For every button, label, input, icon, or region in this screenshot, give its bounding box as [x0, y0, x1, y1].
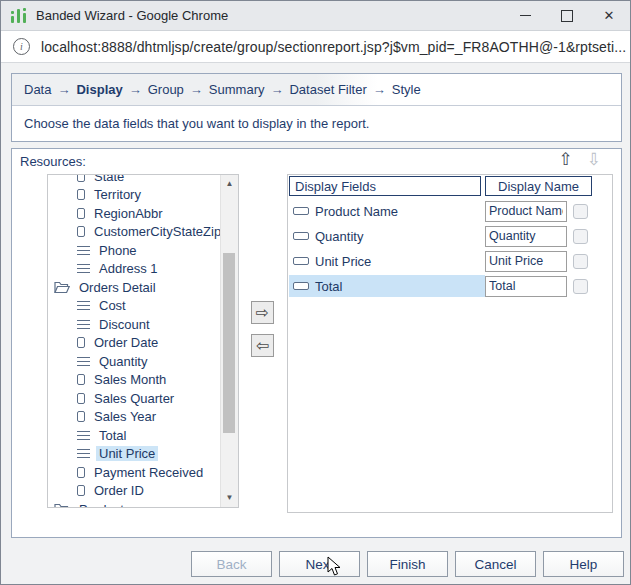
wizard-content: Data→Display→Group→Summary→Dataset Filte…	[1, 63, 630, 584]
breadcrumb-step-dataset-filter[interactable]: Dataset Filter	[289, 82, 366, 97]
field-icon	[293, 257, 309, 265]
tree-item-label: CustomerCityStateZip	[91, 224, 221, 239]
tree-item-address-1[interactable]: Address 1	[48, 260, 221, 279]
tree-item-products[interactable]: Products	[48, 500, 221, 507]
invisible-checkbox-product-name[interactable]	[573, 204, 588, 219]
tree-item-label: State	[91, 174, 127, 184]
display-name-input-quantity[interactable]	[485, 226, 567, 247]
breadcrumb-step-summary[interactable]: Summary	[209, 82, 265, 97]
finish-button[interactable]: Finish	[367, 551, 448, 577]
tree-item-customercitystatezip[interactable]: CustomerCityStateZip	[48, 223, 221, 242]
display-fields-panel: Display Fields Display Name Product Name…	[287, 174, 613, 513]
tree-item-label: Phone	[96, 243, 140, 258]
invisible-checkbox-total[interactable]	[573, 279, 588, 294]
table-row-quantity: Quantity	[289, 225, 611, 247]
table-row-product-name: Product Name	[289, 200, 611, 222]
field-label: Product Name	[315, 204, 398, 219]
tree-item-discount[interactable]: Discount	[48, 315, 221, 334]
field-cell-quantity[interactable]: Quantity	[289, 225, 485, 247]
tree-item-phone[interactable]: Phone	[48, 241, 221, 260]
browser-window: Banded Wizard - Google Chrome ✕ i localh…	[0, 0, 631, 585]
add-field-button[interactable]: ⇨	[251, 301, 274, 324]
breadcrumb-step-data[interactable]: Data	[24, 82, 51, 97]
invisible-checkbox-unit-price[interactable]	[573, 254, 588, 269]
field-cell-product-name[interactable]: Product Name	[289, 200, 485, 222]
tree-item-payment-received[interactable]: Payment Received	[48, 463, 221, 482]
tree-item-sales-year[interactable]: Sales Year	[48, 408, 221, 427]
folder-open-icon	[54, 281, 70, 294]
field-cell-unit-price[interactable]: Unit Price	[289, 250, 485, 272]
tree-item-label: Address 1	[96, 261, 161, 276]
display-name-input-product-name[interactable]	[485, 201, 567, 222]
column-field-icon	[77, 337, 85, 348]
breadcrumb-separator-icon: →	[57, 82, 70, 97]
tree-item-regionabbr[interactable]: RegionAbbr	[48, 204, 221, 223]
scrollbar-thumb[interactable]	[223, 253, 235, 433]
maximize-button[interactable]	[546, 1, 588, 30]
wizard-main-panel: Resources: ⇧ ⇩ StateTerritoryRegionAbbrC…	[11, 148, 622, 538]
title-bar: Banded Wizard - Google Chrome ✕	[1, 1, 630, 31]
tree-item-order-date[interactable]: Order Date	[48, 334, 221, 353]
field-label: Unit Price	[315, 254, 371, 269]
field-label: Total	[315, 279, 342, 294]
instruction-text: Choose the data fields that you want to …	[12, 106, 621, 141]
column-header-display-name: Display Name	[485, 176, 592, 196]
column-field-icon	[77, 208, 85, 219]
column-field-icon	[77, 485, 85, 496]
move-down-button[interactable]: ⇩	[587, 150, 601, 170]
column-field-icon	[77, 393, 85, 404]
address-bar: i localhost:8888/dhtmljsp/create/group/s…	[1, 31, 630, 63]
tree-item-unit-price[interactable]: Unit Price	[48, 445, 221, 464]
cancel-button[interactable]: Cancel	[455, 551, 536, 577]
tree-item-label: RegionAbbr	[91, 206, 166, 221]
tree-item-orders-detail[interactable]: Orders Detail	[48, 278, 221, 297]
next-button[interactable]: Next	[279, 551, 360, 577]
detail-field-icon	[77, 301, 90, 310]
tree-scrollbar[interactable]: ▲ ▼	[220, 175, 238, 507]
remove-field-button[interactable]: ⇦	[251, 334, 274, 357]
site-info-icon[interactable]: i	[13, 38, 30, 55]
close-button[interactable]: ✕	[588, 1, 630, 30]
detail-field-icon	[77, 246, 90, 255]
tree-item-sales-month[interactable]: Sales Month	[48, 371, 221, 390]
tree-item-label: Unit Price	[96, 446, 158, 461]
minimize-button[interactable]	[504, 1, 546, 30]
breadcrumb-step-group[interactable]: Group	[148, 82, 184, 97]
resources-label: Resources:	[20, 154, 86, 169]
tree-item-total[interactable]: Total	[48, 426, 221, 445]
column-header-display-fields: Display Fields	[289, 176, 481, 196]
display-name-input-total[interactable]	[485, 276, 567, 297]
wizard-header-panel: Data→Display→Group→Summary→Dataset Filte…	[11, 73, 622, 142]
help-button[interactable]: Help	[543, 551, 624, 577]
back-button[interactable]: Back	[191, 551, 272, 577]
scroll-down-button[interactable]: ▼	[221, 491, 238, 505]
field-icon	[293, 282, 309, 290]
field-cell-total[interactable]: Total	[289, 275, 485, 297]
breadcrumb-step-display[interactable]: Display	[76, 82, 122, 97]
breadcrumb-separator-icon: →	[190, 82, 203, 97]
scroll-up-button[interactable]: ▲	[221, 177, 238, 191]
display-name-input-unit-price[interactable]	[485, 251, 567, 272]
invisible-checkbox-quantity[interactable]	[573, 229, 588, 244]
tree-item-label: Payment Received	[91, 465, 206, 480]
breadcrumb-separator-icon: →	[129, 82, 142, 97]
tree-item-order-id[interactable]: Order ID	[48, 482, 221, 501]
resources-tree: StateTerritoryRegionAbbrCustomerCityStat…	[47, 174, 239, 508]
url-text[interactable]: localhost:8888/dhtmljsp/create/group/sec…	[41, 39, 626, 55]
tree-item-territory[interactable]: Territory	[48, 186, 221, 205]
tree-item-state[interactable]: State	[48, 174, 221, 186]
tree-item-label: Discount	[96, 317, 153, 332]
move-up-button[interactable]: ⇧	[559, 150, 573, 170]
tree-item-label: Order ID	[91, 483, 147, 498]
tree-item-sales-quarter[interactable]: Sales Quarter	[48, 389, 221, 408]
tree-item-label: Quantity	[96, 354, 150, 369]
tree-item-quantity[interactable]: Quantity	[48, 352, 221, 371]
tree-item-cost[interactable]: Cost	[48, 297, 221, 316]
breadcrumb-step-style[interactable]: Style	[392, 82, 421, 97]
tree-item-label: Territory	[91, 187, 144, 202]
detail-field-icon	[77, 449, 90, 458]
folder-open-icon	[54, 503, 70, 507]
window-controls: ✕	[504, 1, 630, 30]
detail-field-icon	[77, 320, 90, 329]
column-field-icon	[77, 174, 85, 182]
